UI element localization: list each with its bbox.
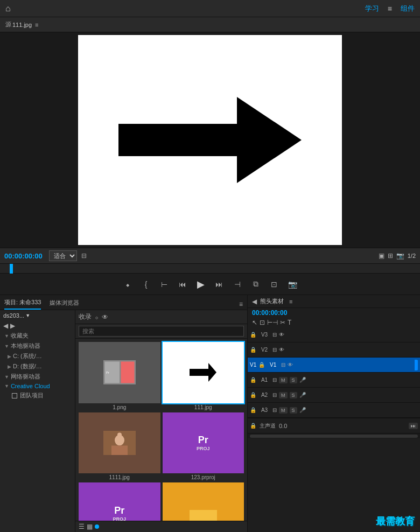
media-thumb-prproj2: Pr PROJ [79,482,160,521]
mute-a3-button[interactable]: M [279,407,288,414]
track-v1: V1 🔒 V1 ⊟ 👁 [248,358,420,373]
vis-a1-icon[interactable]: ⊟ [272,377,277,383]
tab-project[interactable]: 项目: 未命333 [4,298,41,310]
razor-tool[interactable]: ✂ [280,319,285,326]
lock-v1-icon[interactable]: 🔒 [258,362,265,368]
media-item-1111jpg[interactable]: 1111.jpg [79,412,160,481]
playhead-line [10,264,13,274]
media-header: 收录 ⬦ 👁 [75,310,247,324]
mute-a1-button[interactable]: M [279,377,288,383]
left-panel: 项目: 未命333 媒体浏览器 ≡ ds203... ▼ ◀ ▶ ▼ 收藏夹 [0,295,248,532]
play-button[interactable]: ▶ [194,278,207,291]
tracks-scrollbar[interactable] [248,433,420,438]
lock-a1-icon[interactable]: 🔒 [250,377,256,383]
vis-v1-icon[interactable]: ⊟ [281,362,285,368]
selection-tool[interactable]: ↖ [252,319,257,326]
vis-v2-icon[interactable]: ⊟ [272,347,277,353]
svg-marker-0 [118,97,302,183]
fit-dropdown[interactable]: 适合 [49,250,77,261]
dropdown-arrow-icon: ▼ [25,313,30,318]
tree-item-favorites[interactable]: ▼ 收藏夹 [0,331,75,341]
media-label-123prproj: 123.prproj [191,474,215,480]
collect-button[interactable]: 收录 [79,312,92,321]
media-item-1png[interactable]: Pr 1.png [79,342,160,410]
tree-item-c-drive[interactable]: ▶ C: (系统/… [0,351,75,361]
track-select-tool[interactable]: ⊡ [260,319,265,326]
compare-icon[interactable]: ⊞ [388,252,393,260]
solo-a2-button[interactable]: S [290,392,297,398]
tracks-panel-menu[interactable]: ≡ [289,298,292,305]
folder-thumb [163,482,244,521]
master-track-row: 🔒 主声道 0.0 ⏭ [248,418,420,433]
eye-v3-icon[interactable]: 👁 [279,332,284,338]
camera-icon[interactable]: 📷 [396,252,404,260]
trim-in-button[interactable]: ⊢ [158,278,171,291]
tree-item-local[interactable]: ▼ 本地驱动器 [0,341,75,351]
project-dropdown-label: ds203... [3,312,24,319]
project-dropdown[interactable]: ds203... ▼ [0,310,75,321]
vis-v3-icon[interactable]: ⊟ [272,332,277,338]
chevron-icon: ▶ [8,354,11,359]
filter-icon[interactable]: ⬦ [95,313,99,321]
view-icon[interactable]: 👁 [102,313,108,321]
chevron-icon: ▼ [4,344,9,349]
tree-item-network[interactable]: ▼ 网络驱动器 [0,372,75,382]
v1-toggle[interactable]: V1 [250,362,256,368]
lock-a3-icon[interactable]: 🔒 [250,407,256,413]
media-search-input[interactable] [79,326,244,337]
track-v1-clip[interactable] [295,360,418,370]
grid-view-button[interactable]: ▦ [87,523,93,530]
source-menu-icon[interactable]: ≡ [35,22,38,28]
learn-link[interactable]: 学习 [365,4,379,13]
mic-a2-icon[interactable]: 🎤 [299,392,306,398]
skip-end-button[interactable]: ⏭ [409,423,418,429]
slip-tool[interactable]: T [288,319,291,326]
tracks-tools: ↖ ⊡ ⊢⊣ ✂ T [248,318,420,327]
components-link[interactable]: 组件 [401,4,415,13]
mic-a1-icon[interactable]: 🎤 [299,377,306,383]
lock-a2-icon[interactable]: 🔒 [250,392,256,398]
lock-v2-icon[interactable]: 🔒 [250,347,256,353]
solo-a3-button[interactable]: S [290,407,297,414]
nav-back-button[interactable]: ◀ [3,322,8,330]
trim-out-button[interactable]: ⊣ [231,278,244,291]
svg-point-10 [117,432,122,437]
top-bar: ⌂ 学习 ≡ 组件 [0,0,420,17]
vis-a2-icon[interactable]: ⊟ [272,392,277,398]
menu-icon[interactable]: ≡ [388,4,392,13]
eye-v2-icon[interactable]: 👁 [279,347,284,353]
ruler[interactable] [0,264,420,274]
tree-item-creative-cloud[interactable]: ▼ Creative Cloud [0,382,75,390]
mic-a3-icon[interactable]: 🎤 [299,407,306,413]
media-item-123prproj[interactable]: Pr PROJ 123.prproj [163,412,244,481]
list-view-button[interactable]: ☰ [79,523,85,530]
media-item-folder[interactable] [163,482,244,521]
nav-forward-button[interactable]: ▶ [10,322,15,330]
media-item-111jpg[interactable]: 111.jpg [163,342,244,410]
mute-a2-button[interactable]: M [279,392,288,398]
overwrite-button[interactable]: ⧉ [249,278,262,291]
mark-in-button[interactable]: ⬥ [121,278,134,291]
home-icon[interactable]: ⌂ [5,4,11,13]
svg-rect-3 [121,362,134,383]
safe-margins-icon[interactable]: ▣ [379,252,384,260]
vis-a3-icon[interactable]: ⊟ [272,407,277,413]
panel-menu-icon[interactable]: ≡ [239,300,243,308]
export-frame-button[interactable]: 📷 [286,278,299,291]
media-item-prproj2[interactable]: Pr PROJ [79,482,160,521]
bracket-in-button[interactable]: { [139,278,152,291]
eye-v1-icon[interactable]: 👁 [288,362,293,368]
tree-item-team-project[interactable]: 团队项目 [0,390,75,401]
panel-arrow-icon[interactable]: ◀ [252,298,257,305]
insert-button[interactable]: ⊡ [268,278,281,291]
status-dot[interactable] [95,524,99,529]
settings-icon[interactable]: ⊟ [81,252,87,260]
lock-master-icon[interactable]: 🔒 [250,423,256,429]
solo-a1-button[interactable]: S [290,377,297,383]
next-frame-button[interactable]: ⏭ [213,278,226,291]
lock-v3-icon[interactable]: 🔒 [250,332,256,338]
ripple-tool[interactable]: ⊢⊣ [267,319,278,326]
prev-frame-button[interactable]: ⏮ [176,278,189,291]
tab-media-browser[interactable]: 媒体浏览器 [50,299,79,309]
tree-item-d-drive[interactable]: ▶ D: (数据/… [0,361,75,372]
